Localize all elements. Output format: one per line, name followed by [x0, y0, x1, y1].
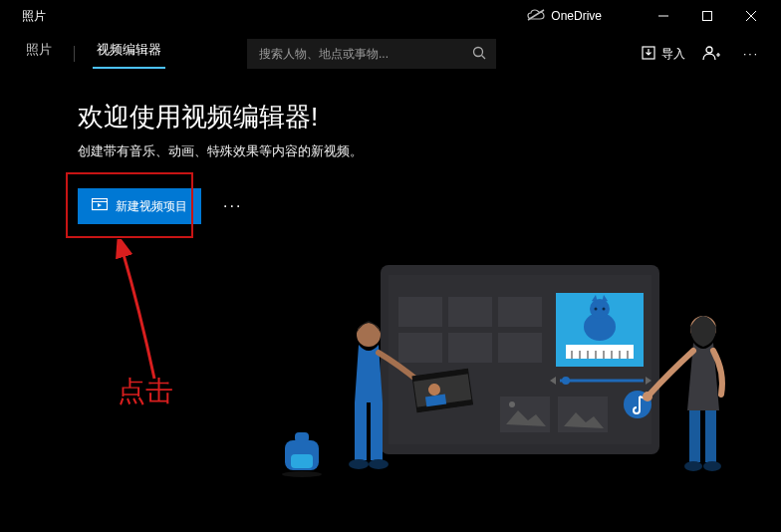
- svg-point-30: [590, 299, 610, 319]
- svg-point-5: [474, 47, 483, 56]
- account-button[interactable]: [697, 40, 725, 68]
- svg-rect-15: [498, 297, 542, 327]
- svg-rect-62: [295, 432, 309, 442]
- person-add-icon: [702, 45, 720, 64]
- welcome-subtitle: 创建带有音乐、动画、特殊效果等内容的新视频。: [78, 142, 781, 160]
- svg-rect-17: [448, 333, 492, 363]
- welcome-illustration: [271, 265, 739, 504]
- onedrive-label: OneDrive: [551, 9, 602, 23]
- video-project-icon: [92, 198, 108, 215]
- svg-rect-10: [93, 198, 108, 201]
- new-video-project-button[interactable]: 新建视频项目: [78, 188, 201, 224]
- more-options-button[interactable]: ···: [215, 193, 250, 219]
- svg-rect-2: [703, 12, 712, 21]
- svg-rect-16: [398, 333, 442, 363]
- svg-rect-61: [291, 454, 313, 468]
- svg-point-55: [643, 392, 652, 401]
- import-button[interactable]: 导入: [642, 46, 685, 63]
- svg-rect-18: [498, 333, 542, 363]
- annotation-label: 点击: [118, 373, 173, 410]
- close-button[interactable]: [729, 1, 773, 31]
- svg-point-58: [684, 461, 702, 471]
- svg-rect-46: [371, 402, 383, 460]
- minimize-button[interactable]: [642, 1, 685, 31]
- svg-rect-20: [566, 345, 634, 359]
- svg-rect-45: [355, 402, 367, 460]
- onedrive-status[interactable]: OneDrive: [527, 9, 602, 24]
- search-box[interactable]: [247, 39, 496, 69]
- tab-photos[interactable]: 照片: [22, 41, 56, 67]
- header-bar: 照片 视频编辑器 导入: [0, 32, 781, 76]
- more-icon: ···: [743, 47, 759, 61]
- welcome-heading: 欢迎使用视频编辑器!: [78, 100, 781, 134]
- divider: [74, 46, 75, 62]
- search-icon: [472, 46, 486, 63]
- svg-point-63: [282, 471, 322, 477]
- annotation-arrow-icon: [85, 239, 194, 399]
- svg-rect-57: [705, 410, 716, 462]
- search-input[interactable]: [257, 46, 456, 62]
- more-button[interactable]: ···: [737, 40, 765, 68]
- svg-rect-14: [448, 297, 492, 327]
- import-label: 导入: [661, 46, 685, 63]
- cloud-off-icon: [527, 9, 545, 24]
- svg-point-40: [509, 401, 515, 407]
- svg-point-47: [349, 459, 369, 469]
- maximize-button[interactable]: [685, 1, 729, 31]
- import-icon: [642, 46, 655, 63]
- svg-line-6: [482, 55, 486, 59]
- svg-point-8: [706, 47, 712, 53]
- svg-point-34: [603, 308, 606, 311]
- titlebar: 照片 OneDrive: [0, 0, 781, 32]
- tab-video-editor[interactable]: 视频编辑器: [93, 41, 165, 67]
- main-content: 欢迎使用视频编辑器! 创建带有音乐、动画、特殊效果等内容的新视频。 新建视频项目…: [0, 76, 781, 224]
- svg-point-36: [562, 377, 570, 385]
- new-video-project-label: 新建视频项目: [116, 198, 187, 215]
- svg-point-48: [369, 459, 389, 469]
- svg-rect-39: [500, 397, 550, 432]
- svg-point-59: [703, 461, 721, 471]
- svg-rect-56: [689, 410, 700, 462]
- svg-point-33: [595, 308, 598, 311]
- window-title: 照片: [22, 8, 46, 25]
- svg-rect-13: [398, 297, 442, 327]
